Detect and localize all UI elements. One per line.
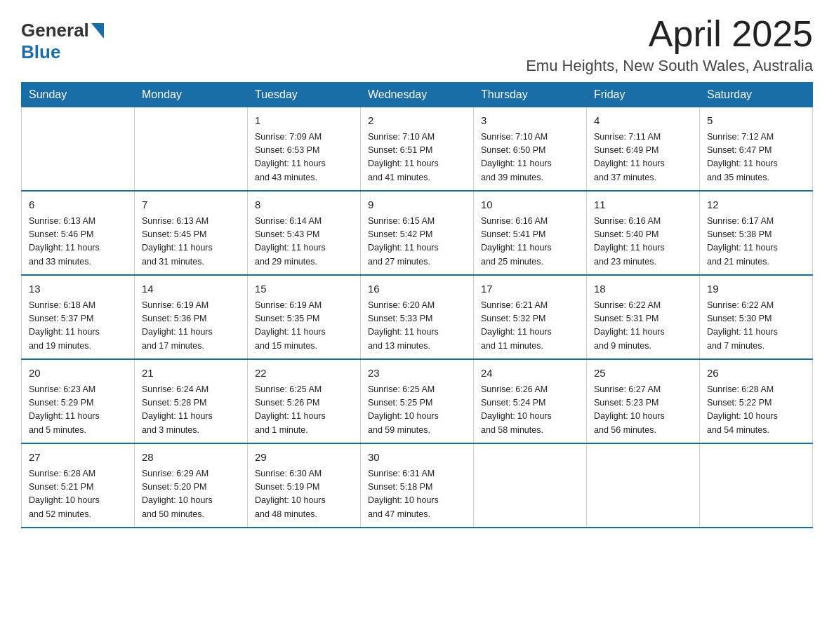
calendar-cell: 27Sunrise: 6:28 AMSunset: 5:21 PMDayligh…: [22, 443, 135, 528]
day-info: Sunrise: 6:13 AMSunset: 5:46 PMDaylight:…: [29, 215, 127, 269]
calendar-cell: 24Sunrise: 6:26 AMSunset: 5:24 PMDayligh…: [474, 359, 587, 443]
day-info: Sunrise: 7:12 AMSunset: 6:47 PMDaylight:…: [707, 130, 805, 185]
col-thursday: Thursday: [474, 83, 587, 107]
day-number: 1: [255, 113, 353, 129]
calendar-cell: 4Sunrise: 7:11 AMSunset: 6:49 PMDaylight…: [587, 107, 700, 192]
calendar-cell: 2Sunrise: 7:10 AMSunset: 6:51 PMDaylight…: [361, 107, 474, 192]
calendar-header-row: Sunday Monday Tuesday Wednesday Thursday…: [22, 83, 813, 107]
day-info: Sunrise: 6:25 AMSunset: 5:26 PMDaylight:…: [255, 383, 353, 438]
day-number: 6: [29, 197, 127, 213]
day-info: Sunrise: 6:18 AMSunset: 5:37 PMDaylight:…: [29, 299, 127, 354]
day-number: 3: [481, 113, 579, 129]
day-info: Sunrise: 7:09 AMSunset: 6:53 PMDaylight:…: [255, 130, 353, 185]
col-monday: Monday: [135, 83, 248, 107]
day-number: 7: [142, 197, 240, 213]
calendar-cell: 18Sunrise: 6:22 AMSunset: 5:31 PMDayligh…: [587, 275, 700, 359]
logo-general-text: General: [21, 20, 89, 41]
day-info: Sunrise: 7:10 AMSunset: 6:50 PMDaylight:…: [481, 130, 579, 185]
day-info: Sunrise: 6:25 AMSunset: 5:25 PMDaylight:…: [368, 383, 466, 438]
day-info: Sunrise: 6:17 AMSunset: 5:38 PMDaylight:…: [707, 215, 805, 269]
calendar-cell: 5Sunrise: 7:12 AMSunset: 6:47 PMDaylight…: [700, 107, 813, 192]
calendar-cell: [587, 443, 700, 528]
calendar-cell: 25Sunrise: 6:27 AMSunset: 5:23 PMDayligh…: [587, 359, 700, 443]
day-info: Sunrise: 6:16 AMSunset: 5:40 PMDaylight:…: [594, 215, 692, 269]
calendar-cell: [22, 107, 135, 192]
calendar-week-row: 20Sunrise: 6:23 AMSunset: 5:29 PMDayligh…: [22, 359, 813, 443]
day-info: Sunrise: 6:13 AMSunset: 5:45 PMDaylight:…: [142, 215, 240, 269]
day-info: Sunrise: 6:19 AMSunset: 5:36 PMDaylight:…: [142, 299, 240, 354]
calendar-cell: 1Sunrise: 7:09 AMSunset: 6:53 PMDaylight…: [248, 107, 361, 192]
title-area: April 2025 Emu Heights, New South Wales,…: [526, 14, 813, 75]
day-info: Sunrise: 6:19 AMSunset: 5:35 PMDaylight:…: [255, 299, 353, 354]
day-number: 30: [368, 450, 466, 466]
page-header: General Blue April 2025 Emu Heights, New…: [21, 14, 813, 75]
day-info: Sunrise: 6:20 AMSunset: 5:33 PMDaylight:…: [368, 299, 466, 354]
calendar-cell: 10Sunrise: 6:16 AMSunset: 5:41 PMDayligh…: [474, 191, 587, 275]
col-saturday: Saturday: [700, 83, 813, 107]
calendar-cell: 28Sunrise: 6:29 AMSunset: 5:20 PMDayligh…: [135, 443, 248, 528]
calendar-cell: 9Sunrise: 6:15 AMSunset: 5:42 PMDaylight…: [361, 191, 474, 275]
calendar-cell: 23Sunrise: 6:25 AMSunset: 5:25 PMDayligh…: [361, 359, 474, 443]
calendar-week-row: 13Sunrise: 6:18 AMSunset: 5:37 PMDayligh…: [22, 275, 813, 359]
calendar-cell: 14Sunrise: 6:19 AMSunset: 5:36 PMDayligh…: [135, 275, 248, 359]
day-number: 23: [368, 365, 466, 382]
day-number: 11: [594, 197, 692, 213]
calendar-cell: [135, 107, 248, 192]
day-number: 10: [481, 197, 579, 213]
day-number: 9: [368, 197, 466, 213]
day-info: Sunrise: 6:31 AMSunset: 5:18 PMDaylight:…: [368, 467, 466, 522]
day-number: 20: [29, 365, 127, 382]
calendar-cell: 21Sunrise: 6:24 AMSunset: 5:28 PMDayligh…: [135, 359, 248, 443]
day-number: 26: [707, 365, 805, 382]
day-info: Sunrise: 6:28 AMSunset: 5:21 PMDaylight:…: [29, 467, 127, 522]
day-number: 27: [29, 450, 127, 466]
day-info: Sunrise: 6:29 AMSunset: 5:20 PMDaylight:…: [142, 467, 240, 522]
calendar-cell: 15Sunrise: 6:19 AMSunset: 5:35 PMDayligh…: [248, 275, 361, 359]
calendar-cell: 8Sunrise: 6:14 AMSunset: 5:43 PMDaylight…: [248, 191, 361, 275]
calendar-cell: 7Sunrise: 6:13 AMSunset: 5:45 PMDaylight…: [135, 191, 248, 275]
day-info: Sunrise: 6:16 AMSunset: 5:41 PMDaylight:…: [481, 215, 579, 269]
calendar-cell: 3Sunrise: 7:10 AMSunset: 6:50 PMDaylight…: [474, 107, 587, 192]
day-info: Sunrise: 6:26 AMSunset: 5:24 PMDaylight:…: [481, 383, 579, 438]
logo: General Blue: [21, 14, 104, 63]
day-number: 5: [707, 113, 805, 129]
calendar-cell: [474, 443, 587, 528]
svg-marker-0: [91, 23, 104, 39]
day-number: 12: [707, 197, 805, 213]
day-info: Sunrise: 6:30 AMSunset: 5:19 PMDaylight:…: [255, 467, 353, 522]
day-info: Sunrise: 7:11 AMSunset: 6:49 PMDaylight:…: [594, 130, 692, 185]
calendar-cell: 13Sunrise: 6:18 AMSunset: 5:37 PMDayligh…: [22, 275, 135, 359]
day-number: 22: [255, 365, 353, 382]
day-number: 13: [29, 281, 127, 297]
day-info: Sunrise: 6:21 AMSunset: 5:32 PMDaylight:…: [481, 299, 579, 354]
calendar-cell: 6Sunrise: 6:13 AMSunset: 5:46 PMDaylight…: [22, 191, 135, 275]
calendar-cell: 11Sunrise: 6:16 AMSunset: 5:40 PMDayligh…: [587, 191, 700, 275]
calendar-cell: 29Sunrise: 6:30 AMSunset: 5:19 PMDayligh…: [248, 443, 361, 528]
day-info: Sunrise: 6:15 AMSunset: 5:42 PMDaylight:…: [368, 215, 466, 269]
calendar-cell: 12Sunrise: 6:17 AMSunset: 5:38 PMDayligh…: [700, 191, 813, 275]
month-title: April 2025: [526, 14, 813, 54]
day-info: Sunrise: 6:22 AMSunset: 5:30 PMDaylight:…: [707, 299, 805, 354]
calendar-cell: 16Sunrise: 6:20 AMSunset: 5:33 PMDayligh…: [361, 275, 474, 359]
day-number: 8: [255, 197, 353, 213]
day-number: 18: [594, 281, 692, 297]
calendar-cell: 22Sunrise: 6:25 AMSunset: 5:26 PMDayligh…: [248, 359, 361, 443]
day-number: 4: [594, 113, 692, 129]
calendar-cell: [700, 443, 813, 528]
day-info: Sunrise: 6:23 AMSunset: 5:29 PMDaylight:…: [29, 383, 127, 438]
logo-blue-text: Blue: [21, 41, 60, 62]
logo-arrow-icon: [91, 23, 104, 39]
day-number: 14: [142, 281, 240, 297]
day-info: Sunrise: 6:28 AMSunset: 5:22 PMDaylight:…: [707, 383, 805, 438]
day-info: Sunrise: 6:14 AMSunset: 5:43 PMDaylight:…: [255, 215, 353, 269]
day-number: 29: [255, 450, 353, 466]
calendar-cell: 26Sunrise: 6:28 AMSunset: 5:22 PMDayligh…: [700, 359, 813, 443]
day-number: 21: [142, 365, 240, 382]
calendar-table: Sunday Monday Tuesday Wednesday Thursday…: [21, 82, 813, 528]
calendar-cell: 30Sunrise: 6:31 AMSunset: 5:18 PMDayligh…: [361, 443, 474, 528]
col-sunday: Sunday: [22, 83, 135, 107]
calendar-cell: 19Sunrise: 6:22 AMSunset: 5:30 PMDayligh…: [700, 275, 813, 359]
day-number: 19: [707, 281, 805, 297]
day-number: 17: [481, 281, 579, 297]
calendar-week-row: 27Sunrise: 6:28 AMSunset: 5:21 PMDayligh…: [22, 443, 813, 528]
